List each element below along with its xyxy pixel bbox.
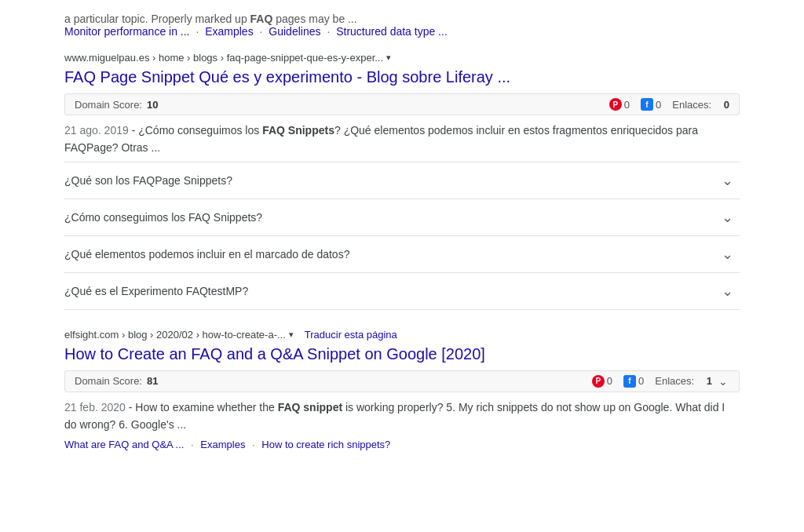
top-links-prefix: a particular topic. Properly marked up F… bbox=[64, 13, 357, 25]
breadcrumb-text-2: elfsight.com › blog › 2020/02 › how-to-c… bbox=[64, 329, 286, 341]
domain-score-bar-2: Domain Score: 81 P 0 f 0 Enlaces: 1 ⌄ bbox=[64, 370, 740, 392]
pinterest-count-1: 0 bbox=[624, 99, 630, 111]
structured-data-type-link[interactable]: Structured data type ... bbox=[336, 25, 448, 38]
pinterest-social-1: P 0 bbox=[609, 98, 630, 111]
faq-question-1-2: ¿Cómo conseguimos los FAQ Snippets? bbox=[64, 211, 262, 224]
separator3: · bbox=[327, 25, 330, 38]
faq-item-1-4[interactable]: ¿Qué es el Experimento FAQtestMP? ⌄ bbox=[64, 273, 740, 310]
bottom-link-2-3[interactable]: How to create rich snippets? bbox=[261, 439, 390, 450]
guidelines-link[interactable]: Guidelines bbox=[269, 25, 320, 38]
faq-question-1-1: ¿Qué son los FAQPage Snippets? bbox=[64, 174, 232, 187]
breadcrumb-text-1: www.miguelpau.es › home › blogs › faq-pa… bbox=[64, 52, 383, 64]
facebook-social-2: f 0 bbox=[623, 375, 644, 388]
bottom-sep-2-2: · bbox=[252, 439, 255, 450]
examples-link-top[interactable]: Examples bbox=[205, 25, 253, 38]
facebook-count-1: 0 bbox=[656, 99, 661, 111]
separator2: · bbox=[260, 25, 263, 38]
domain-score-value-1: 10 bbox=[147, 99, 158, 111]
breadcrumb-dropdown-icon-2[interactable]: ▾ bbox=[289, 330, 294, 340]
snippet-dash-2: - How to examine whether the FAQ snippet… bbox=[64, 401, 725, 431]
faq-chevron-1-2: ⌄ bbox=[722, 209, 733, 226]
pinterest-icon-2: P bbox=[592, 375, 605, 388]
domain-score-label-1: Domain Score: bbox=[75, 99, 142, 111]
domain-score-expand-2[interactable]: ⌄ bbox=[717, 375, 729, 388]
enlaces-value-2: 1 bbox=[707, 375, 712, 387]
faq-chevron-1-3: ⌄ bbox=[722, 246, 733, 263]
faq-item-1-1[interactable]: ¿Qué son los FAQPage Snippets? ⌄ bbox=[64, 162, 740, 199]
bottom-link-2-2[interactable]: Examples bbox=[200, 439, 245, 450]
facebook-count-2: 0 bbox=[638, 375, 644, 387]
pinterest-social-2: P 0 bbox=[592, 375, 612, 388]
facebook-icon-2: f bbox=[623, 375, 636, 388]
pinterest-icon-1: P bbox=[609, 98, 622, 111]
enlaces-label-1: Enlaces: bbox=[672, 99, 711, 111]
facebook-icon-1: f bbox=[641, 98, 653, 111]
domain-score-bar-1: Domain Score: 10 P 0 f 0 Enlaces: 0 bbox=[64, 93, 740, 115]
result-title-link-2[interactable]: How to Create an FAQ and a Q&A Snippet o… bbox=[64, 345, 485, 363]
pinterest-count-2: 0 bbox=[607, 375, 612, 387]
translate-link[interactable]: Traducir esta página bbox=[305, 329, 397, 341]
search-result-1: www.miguelpau.es › home › blogs › faq-pa… bbox=[64, 52, 740, 310]
search-result-2: elfsight.com › blog › 2020/02 › how-to-c… bbox=[64, 329, 740, 450]
separator1: · bbox=[196, 25, 199, 38]
faq-section-1: ¿Qué son los FAQPage Snippets? ⌄ ¿Cómo c… bbox=[64, 162, 740, 310]
faq-item-1-3[interactable]: ¿Qué elementos podemos incluir en el mar… bbox=[64, 236, 740, 273]
bottom-links-2: What are FAQ and Q&A ... · Examples · Ho… bbox=[64, 439, 740, 450]
bottom-sep-2-1: · bbox=[191, 439, 194, 450]
faq-chevron-1-4: ⌄ bbox=[722, 282, 733, 300]
result-title-link-1[interactable]: FAQ Page Snippet Qué es y experimento - … bbox=[64, 68, 510, 86]
result-title-1: FAQ Page Snippet Qué es y experimento - … bbox=[64, 67, 740, 87]
result-title-2: How to Create an FAQ and a Q&A Snippet o… bbox=[64, 344, 740, 364]
snippet-date-2: 21 feb. 2020 bbox=[64, 401, 126, 414]
faq-item-1-2[interactable]: ¿Cómo conseguimos los FAQ Snippets? ⌄ bbox=[64, 199, 740, 236]
enlaces-value-1: 0 bbox=[724, 99, 729, 111]
enlaces-label-2: Enlaces: bbox=[655, 375, 694, 387]
domain-score-value-2: 81 bbox=[147, 375, 158, 387]
snippet-date-1: 21 ago. 2019 bbox=[64, 124, 129, 137]
breadcrumb-1: www.miguelpau.es › home › blogs › faq-pa… bbox=[64, 52, 740, 64]
faq-chevron-1-1: ⌄ bbox=[722, 172, 733, 189]
domain-score-label-2: Domain Score: bbox=[75, 375, 142, 387]
snippet-text-1: 21 ago. 2019 - ¿Cómo conseguimos los FAQ… bbox=[64, 122, 740, 157]
facebook-social-1: f 0 bbox=[641, 98, 661, 111]
snippet-text-2: 21 feb. 2020 - How to examine whether th… bbox=[64, 399, 740, 434]
snippet-dash-1: - ¿Cómo conseguimos los FAQ Snippets? ¿Q… bbox=[64, 124, 698, 154]
breadcrumb-2: elfsight.com › blog › 2020/02 › how-to-c… bbox=[64, 329, 740, 341]
bottom-link-2-1[interactable]: What are FAQ and Q&A ... bbox=[64, 439, 184, 450]
faq-question-1-4: ¿Qué es el Experimento FAQtestMP? bbox=[64, 285, 248, 297]
breadcrumb-dropdown-icon-1[interactable]: ▾ bbox=[386, 53, 391, 63]
top-links-row: a particular topic. Properly marked up F… bbox=[64, 8, 740, 38]
faq-question-1-3: ¿Qué elementos podemos incluir en el mar… bbox=[64, 248, 349, 261]
monitor-performance-link[interactable]: Monitor performance in ... bbox=[64, 25, 190, 38]
